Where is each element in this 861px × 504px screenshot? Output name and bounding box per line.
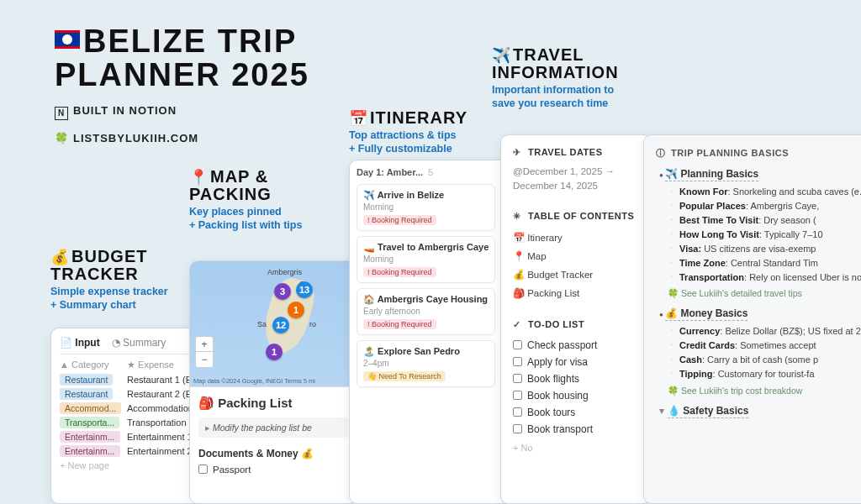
- checkbox[interactable]: [513, 391, 522, 400]
- money-bag-icon: 💰: [50, 249, 70, 265]
- checkbox[interactable]: [513, 340, 522, 349]
- item-time: Morning: [363, 255, 489, 264]
- check-icon: ✓: [513, 319, 525, 330]
- clover-icon: 🍀: [55, 132, 68, 144]
- budget-row[interactable]: Restaurant Restaurant 1 (Exam: [60, 374, 209, 386]
- checkbox[interactable]: [513, 424, 522, 433]
- map-pin[interactable]: 1: [266, 344, 283, 360]
- toc-icon: 📍: [513, 251, 525, 261]
- site-credit: 🍀LISTSBYLUKIIH.COM: [55, 132, 309, 144]
- tab-summary[interactable]: ◔ Summary: [112, 337, 166, 349]
- checkbox[interactable]: [513, 357, 522, 366]
- trip-basics-card: ⓘTRIP PLANNING BASICS ✈️ Planning Basics…: [643, 134, 861, 504]
- item-time: 2–4pm: [363, 359, 489, 368]
- budget-table-header: ▲ Category ★ Expense: [60, 360, 209, 370]
- travel-overview-card: ✈TRAVEL DATES @December 1, 2025 → Decemb…: [500, 134, 652, 504]
- money-note[interactable]: See Lukiih's trip cost breakdow: [659, 386, 861, 396]
- basics-item: Known For: Snorkeling and scuba caves (e…: [671, 185, 861, 199]
- zoom-in-button[interactable]: +: [196, 337, 213, 352]
- map-pin[interactable]: 3: [274, 283, 291, 300]
- toc-item[interactable]: 📍 Map: [513, 247, 639, 265]
- packing-note: Modify the packing list be: [198, 417, 348, 438]
- toc-item[interactable]: 📅 Itinerary: [513, 228, 639, 247]
- packing-subheading: Documents & Money 💰: [190, 441, 357, 463]
- category-pill: Restaurant: [60, 374, 113, 386]
- tab-input[interactable]: 📄 Input: [60, 337, 100, 349]
- new-page-button[interactable]: + New page: [60, 460, 209, 470]
- travel-dates-heading: ✈TRAVEL DATES: [513, 147, 639, 158]
- category-pill: Accommod...: [60, 402, 121, 414]
- checkbox[interactable]: [198, 465, 208, 474]
- todo-list: Check passportApply for visaBook flights…: [513, 337, 639, 438]
- item-tag: ! Booking Required: [363, 215, 436, 225]
- basics-item: Time Zone: Central Standard Tim: [671, 256, 861, 270]
- planning-basics-group[interactable]: ✈️ Planning Basics: [665, 168, 758, 181]
- budget-row[interactable]: Restaurant Restaurant 2 (Exam: [60, 388, 209, 400]
- itinerary-item[interactable]: ✈️ Arrive in Belize Morning ! Booking Re…: [357, 184, 495, 231]
- budget-row[interactable]: Accommod... Accommodation 1 (E: [60, 402, 209, 414]
- itinerary-item[interactable]: 🏝️ Explore San Pedro 2–4pm 👋 Need To Res…: [357, 340, 495, 387]
- todo-item[interactable]: Book housing: [513, 387, 639, 404]
- itinerary-card: Day 1: Amber...5 ✈️ Arrive in Belize Mor…: [349, 160, 517, 504]
- add-todo-button[interactable]: + No: [513, 443, 639, 453]
- todo-heading: ✓TO-DO LIST: [513, 319, 639, 330]
- map-pin[interactable]: 1: [288, 302, 304, 318]
- money-basics-group[interactable]: 💰 Money Basics: [665, 307, 747, 321]
- caret-down-icon[interactable]: ▾: [659, 405, 664, 417]
- category-pill: Transporta...: [60, 417, 119, 428]
- toc-item[interactable]: 💰 Budget Tracker: [513, 265, 639, 284]
- basics-item: Tipping: Customary for tourist-fa: [671, 367, 861, 381]
- planning-note[interactable]: See Lukiih's detailed travel tips: [659, 288, 861, 299]
- zoom-out-button[interactable]: −: [196, 352, 213, 367]
- map-pin[interactable]: 12: [272, 317, 289, 333]
- toc-icon: 📅: [513, 233, 525, 243]
- calendar-icon: 📅: [349, 110, 368, 127]
- item-title: ✈️ Arrive in Belize: [363, 190, 489, 201]
- item-time: Morning: [363, 202, 489, 212]
- basics-item: Currency: Belize Dollar (BZ$); US fixed …: [671, 324, 861, 339]
- basics-item: Best Time To Visit: Dry season (: [671, 213, 861, 228]
- item-title: 🚤 Travel to Ambergris Caye: [363, 242, 489, 253]
- map-label: Sa: [257, 320, 267, 328]
- checkbox[interactable]: [513, 407, 522, 417]
- budget-section-label: 💰BUDGET TRACKER Simple expense tracker+ …: [50, 248, 210, 312]
- todo-item[interactable]: Apply for visa: [513, 354, 639, 370]
- map-zoom[interactable]: +−: [195, 336, 214, 368]
- checkbox[interactable]: [513, 374, 522, 383]
- packing-item[interactable]: Passport: [190, 463, 357, 476]
- budget-tabs: 📄 Input ◔ Summary: [60, 337, 209, 354]
- budget-row[interactable]: Entertainm... Entertainment 1 (Ex: [60, 431, 209, 443]
- item-tag: ! Booking Required: [363, 319, 436, 329]
- safety-basics-group[interactable]: 💧 Safety Basics: [668, 405, 748, 418]
- todo-item[interactable]: Check passport: [513, 337, 639, 354]
- toc-heading: ✳TABLE OF CONTENTS: [513, 211, 639, 222]
- basics-item: Transportation: Rely on licensed Uber is…: [671, 270, 861, 285]
- budget-row[interactable]: Entertainm... Entertainment 2 (Ex: [60, 445, 209, 457]
- basics-item: Visa: US citizens are visa-exemp: [671, 242, 861, 256]
- itinerary-item[interactable]: 🚤 Travel to Ambergris Caye Morning ! Boo…: [357, 236, 495, 283]
- pin-icon: 📍: [189, 169, 209, 186]
- todo-item[interactable]: Book tours: [513, 404, 639, 421]
- basics-item: Credit Cards: Sometimes accept: [671, 339, 861, 353]
- travel-dates-value: @December 1, 2025 → December 14, 2025: [513, 165, 639, 194]
- todo-item[interactable]: Book flights: [513, 370, 639, 387]
- map-attribution: Map data ©2024 Google, INEGI Terms 5 mi: [193, 377, 353, 385]
- notion-icon: N: [55, 107, 68, 120]
- map-view[interactable]: Ambergris Ca Sa ro 3 13 1 12 1 +− Map da…: [190, 261, 357, 387]
- built-in-notion: NBUILT IN NOTION: [55, 104, 309, 120]
- budget-row[interactable]: Transporta... Transportation 1 (Ex: [60, 417, 209, 428]
- map-pin[interactable]: 13: [296, 281, 313, 298]
- todo-item[interactable]: Book transport: [513, 421, 639, 438]
- map-label: ro: [309, 320, 316, 328]
- item-title: 🏠 Ambergris Caye Housing: [363, 294, 489, 305]
- basics-item: Cash: Carry a bit of cash (some p: [671, 353, 861, 367]
- page-title: BELIZE TRIP PLANNER 2025: [55, 25, 309, 92]
- itinerary-section-label: 📅ITINERARY Top attractions & tips+ Fully…: [349, 109, 517, 156]
- basics-item: How Long To Visit: Typically 7–10: [671, 228, 861, 242]
- item-time: Early afternoon: [363, 307, 489, 316]
- toc-item[interactable]: 🎒 Packing List: [513, 284, 639, 302]
- belize-flag-icon: [55, 30, 80, 49]
- category-pill: Entertainm...: [60, 445, 120, 457]
- itinerary-item[interactable]: 🏠 Ambergris Caye Housing Early afternoon…: [357, 288, 495, 335]
- category-pill: Entertainm...: [60, 431, 120, 443]
